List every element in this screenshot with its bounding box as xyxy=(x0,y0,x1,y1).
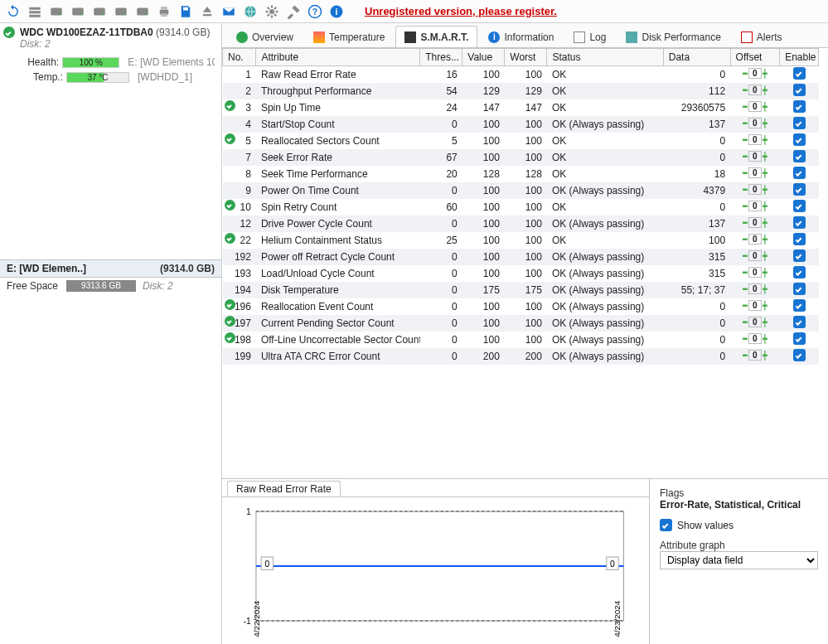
drive-icon[interactable] xyxy=(133,2,153,21)
increment-icon[interactable] xyxy=(763,351,767,361)
enable-checkbox[interactable] xyxy=(793,233,806,245)
checkbox-icon[interactable] xyxy=(660,519,672,531)
enable-checkbox[interactable] xyxy=(793,133,806,146)
enable-checkbox[interactable] xyxy=(793,100,806,113)
tab-log[interactable]: Log xyxy=(564,26,615,47)
disk-header[interactable]: WDC WD100EZAZ-11TDBA0 (9314.0 GB) Disk: … xyxy=(0,23,221,53)
enable-checkbox[interactable] xyxy=(793,216,806,229)
tab-alerts[interactable]: Alerts xyxy=(732,26,792,47)
col-enable[interactable]: Enable xyxy=(780,49,819,66)
enable-checkbox[interactable] xyxy=(793,283,806,295)
table-row[interactable]: 199Ultra ATA CRC Error Count0200200OK (A… xyxy=(223,348,819,365)
enable-checkbox[interactable] xyxy=(793,332,806,345)
enable-checkbox[interactable] xyxy=(793,249,806,262)
offset-spinner[interactable]: 0 xyxy=(743,250,767,261)
offset-spinner[interactable]: 0 xyxy=(743,184,767,195)
offset-spinner[interactable]: 0 xyxy=(743,317,767,327)
offset-spinner[interactable]: 0 xyxy=(743,300,767,311)
enable-checkbox[interactable] xyxy=(793,84,806,96)
offset-spinner[interactable]: 0 xyxy=(743,134,767,145)
decrement-icon[interactable] xyxy=(743,119,748,128)
decrement-icon[interactable] xyxy=(743,334,748,344)
increment-icon[interactable] xyxy=(763,317,767,327)
offset-spinner[interactable]: 0 xyxy=(743,151,767,162)
offset-spinner[interactable]: 0 xyxy=(743,167,767,178)
enable-checkbox[interactable] xyxy=(793,200,806,212)
tab-information[interactable]: iInformation xyxy=(479,26,563,47)
drive-icon[interactable] xyxy=(46,2,66,21)
increment-icon[interactable] xyxy=(763,235,767,245)
decrement-icon[interactable] xyxy=(743,135,748,145)
decrement-icon[interactable] xyxy=(743,235,748,245)
enable-checkbox[interactable] xyxy=(793,299,806,312)
table-row[interactable]: 3Spin Up Time24147147OK293605750 xyxy=(223,99,819,116)
decrement-icon[interactable] xyxy=(743,317,748,327)
offset-spinner[interactable]: 0 xyxy=(743,68,767,79)
decrement-icon[interactable] xyxy=(743,201,748,211)
table-row[interactable]: 12Drive Power Cycle Count0100100OK (Alwa… xyxy=(223,215,819,232)
decrement-icon[interactable] xyxy=(743,251,748,261)
table-row[interactable]: 4Start/Stop Count0100100OK (Always passi… xyxy=(223,116,819,133)
offset-spinner[interactable]: 0 xyxy=(743,234,767,245)
about-icon[interactable]: i xyxy=(327,2,346,21)
smart-table-wrap[interactable]: No. Attribute Thres... Value Worst Statu… xyxy=(222,48,828,478)
increment-icon[interactable] xyxy=(763,218,767,228)
decrement-icon[interactable] xyxy=(743,69,748,79)
decrement-icon[interactable] xyxy=(743,152,748,162)
enable-checkbox[interactable] xyxy=(793,183,806,196)
table-row[interactable]: 197Current Pending Sector Count0100100OK… xyxy=(223,315,819,332)
table-row[interactable]: 5Reallocated Sectors Count5100100OK00 xyxy=(223,133,819,149)
offset-spinner[interactable]: 0 xyxy=(743,201,767,211)
col-no[interactable]: No. xyxy=(223,49,256,66)
table-row[interactable]: 2Throughput Performance54129129OK1120 xyxy=(223,83,819,99)
offset-spinner[interactable]: 0 xyxy=(743,267,767,278)
decrement-icon[interactable] xyxy=(743,168,748,178)
enable-checkbox[interactable] xyxy=(793,150,806,162)
table-row[interactable]: 194Disk Temperature0175175OK (Always pas… xyxy=(223,282,819,298)
increment-icon[interactable] xyxy=(763,119,767,128)
help-icon[interactable]: ? xyxy=(305,2,325,21)
increment-icon[interactable] xyxy=(763,268,767,278)
drive-icon[interactable] xyxy=(111,2,131,21)
enable-checkbox[interactable] xyxy=(793,167,806,179)
tab-smart[interactable]: S.M.A.R.T. xyxy=(395,26,477,47)
offset-spinner[interactable]: 0 xyxy=(743,101,767,112)
decrement-icon[interactable] xyxy=(743,301,748,311)
offset-spinner[interactable]: 0 xyxy=(743,85,767,95)
decrement-icon[interactable] xyxy=(743,102,748,112)
eject-icon[interactable] xyxy=(197,2,217,21)
increment-icon[interactable] xyxy=(763,284,767,294)
offset-spinner[interactable]: 0 xyxy=(743,333,767,344)
col-attribute[interactable]: Attribute xyxy=(256,49,420,66)
enable-checkbox[interactable] xyxy=(793,349,806,361)
tab-temperature[interactable]: Temperature xyxy=(304,26,394,47)
increment-icon[interactable] xyxy=(763,69,767,79)
register-link[interactable]: Unregistered version, please register. xyxy=(365,5,557,17)
increment-icon[interactable] xyxy=(763,251,767,261)
col-status[interactable]: Status xyxy=(547,49,663,66)
show-values-option[interactable]: Show values xyxy=(660,519,818,531)
decrement-icon[interactable] xyxy=(743,268,748,278)
attr-graph-select[interactable]: Display data field xyxy=(660,551,818,569)
decrement-icon[interactable] xyxy=(743,284,748,294)
increment-icon[interactable] xyxy=(763,334,767,344)
disk-list-icon[interactable] xyxy=(25,2,45,21)
table-row[interactable]: 198Off-Line Uncorrectable Sector Count01… xyxy=(223,332,819,348)
increment-icon[interactable] xyxy=(763,185,767,195)
offset-spinner[interactable]: 0 xyxy=(743,118,767,128)
mail-icon[interactable] xyxy=(219,2,239,21)
settings-icon[interactable] xyxy=(262,2,282,21)
offset-spinner[interactable]: 0 xyxy=(743,350,767,361)
increment-icon[interactable] xyxy=(763,102,767,112)
increment-icon[interactable] xyxy=(763,168,767,178)
enable-checkbox[interactable] xyxy=(793,117,806,129)
tools-icon[interactable] xyxy=(283,2,303,21)
table-row[interactable]: 8Seek Time Performance20128128OK180 xyxy=(223,166,819,182)
table-row[interactable]: 1Raw Read Error Rate16100100OK00 xyxy=(223,66,819,84)
col-data[interactable]: Data xyxy=(663,49,730,66)
increment-icon[interactable] xyxy=(763,135,767,145)
col-value[interactable]: Value xyxy=(462,49,505,66)
increment-icon[interactable] xyxy=(763,301,767,311)
table-row[interactable]: 10Spin Retry Count60100100OK00 xyxy=(223,199,819,215)
table-row[interactable]: 22Helium Containment Status25100100OK100… xyxy=(223,232,819,249)
